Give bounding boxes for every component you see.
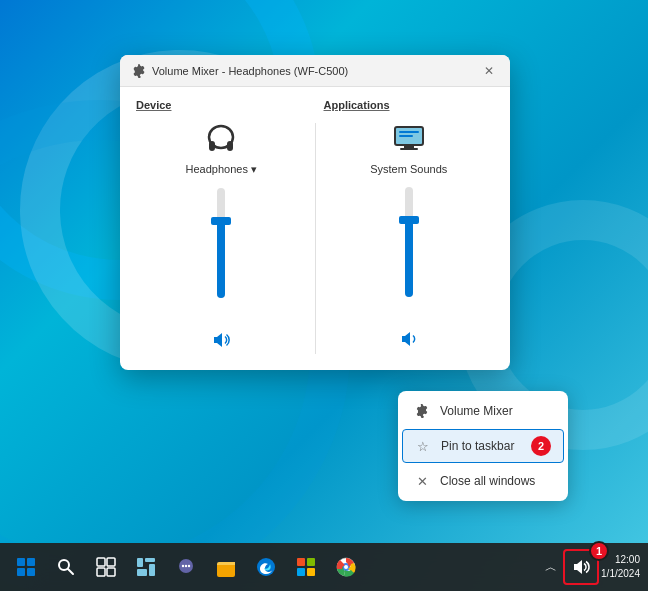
device-slider-thumb[interactable] [211, 217, 231, 225]
svg-rect-20 [137, 569, 147, 576]
device-slider-fill [217, 221, 225, 298]
taskview-icon [96, 557, 116, 577]
svg-rect-4 [404, 145, 414, 148]
taskbar-edge-button[interactable] [248, 549, 284, 585]
applications-column-header: Applications [324, 99, 390, 111]
pin-taskbar-label: Pin to taskbar [441, 439, 514, 453]
svg-rect-11 [27, 568, 35, 576]
chat-icon [175, 556, 197, 578]
headphones-svg [201, 119, 241, 159]
pin-taskbar-left: ☆ Pin to taskbar [415, 438, 514, 454]
svg-rect-16 [97, 568, 105, 576]
edge-icon [255, 556, 277, 578]
window-title-left: Volume Mixer - Headphones (WF-C500) [132, 64, 348, 78]
svg-rect-14 [97, 558, 105, 566]
system-sounds-slider-fill [405, 220, 413, 297]
svg-rect-9 [27, 558, 35, 566]
svg-rect-6 [399, 131, 419, 133]
fileexplorer-icon [215, 556, 237, 578]
svg-rect-5 [400, 148, 418, 150]
svg-rect-29 [307, 558, 315, 566]
pin-taskbar-badge: 2 [531, 436, 551, 456]
taskbar-chrome-button[interactable] [328, 549, 364, 585]
volume-mixer-menu-icon [414, 403, 430, 419]
taskbar-search-button[interactable] [48, 549, 84, 585]
context-menu-item-pin-taskbar[interactable]: ☆ Pin to taskbar 2 [402, 429, 564, 463]
desktop: Volume Mixer - Headphones (WF-C500) ✕ De… [0, 0, 648, 591]
start-icon [16, 557, 36, 577]
svg-rect-21 [149, 564, 155, 576]
device-column-header: Device [136, 99, 171, 111]
monitor-svg [389, 119, 429, 159]
taskbar-chat-button[interactable] [168, 549, 204, 585]
svg-rect-2 [227, 141, 233, 151]
device-mute-icon[interactable] [211, 330, 231, 354]
device-speaker-svg [211, 330, 231, 350]
applications-column: Applications System Sounds [324, 99, 495, 354]
volume-icon [571, 557, 591, 577]
chrome-icon [335, 556, 357, 578]
system-sounds-mute-icon[interactable] [399, 329, 419, 353]
context-menu-item-volume-mixer[interactable]: Volume Mixer [398, 395, 568, 427]
window-title-text: Volume Mixer - Headphones (WF-C500) [152, 65, 348, 77]
pin-icon: ☆ [415, 438, 431, 454]
system-sounds-slider-track[interactable] [405, 187, 413, 297]
system-sounds-slider-thumb[interactable] [399, 216, 419, 224]
store-icon [295, 556, 317, 578]
svg-rect-30 [297, 568, 305, 576]
gear-icon [415, 404, 429, 418]
taskbar-left [8, 549, 364, 585]
clock-date: 1/1/2024 [601, 567, 640, 581]
device-name-label[interactable]: Headphones ▾ [186, 163, 257, 176]
svg-point-34 [344, 565, 348, 569]
taskbar-taskview-button[interactable] [88, 549, 124, 585]
svg-rect-18 [137, 558, 143, 567]
system-sounds-speaker-svg [399, 329, 419, 349]
svg-rect-19 [145, 558, 155, 562]
context-menu: Volume Mixer ☆ Pin to taskbar 2 ✕ Close … [398, 391, 568, 501]
svg-line-13 [68, 569, 73, 574]
svg-point-25 [188, 565, 190, 567]
taskbar-right: ︿ 1 12:00 1/1/2024 [541, 549, 640, 585]
volume-tray-container: 1 [563, 549, 599, 585]
taskbar: ︿ 1 12:00 1/1/2024 [0, 543, 648, 591]
system-sounds-label: System Sounds [370, 163, 447, 175]
taskbar-store-button[interactable] [288, 549, 324, 585]
svg-rect-31 [307, 568, 315, 576]
device-slider-area [217, 188, 225, 318]
system-clock[interactable]: 12:00 1/1/2024 [601, 553, 640, 581]
mixer-columns: Device Headphones ▾ [136, 99, 494, 354]
svg-rect-28 [297, 558, 305, 566]
window-content: Device Headphones ▾ [120, 87, 510, 370]
svg-rect-8 [17, 558, 25, 566]
show-hidden-icons-button[interactable]: ︿ [541, 559, 561, 576]
search-icon [56, 557, 76, 577]
close-all-icon: ✕ [414, 473, 430, 489]
headphones-icon [201, 119, 241, 159]
svg-rect-17 [107, 568, 115, 576]
svg-rect-15 [107, 558, 115, 566]
taskbar-fileexplorer-button[interactable] [208, 549, 244, 585]
svg-rect-7 [399, 135, 413, 137]
column-divider [315, 123, 316, 354]
system-sounds-slider-area [405, 187, 413, 317]
system-sounds-icon [389, 119, 429, 159]
device-slider-track[interactable] [217, 188, 225, 298]
window-titlebar: Volume Mixer - Headphones (WF-C500) ✕ [120, 55, 510, 87]
context-menu-item-close-all[interactable]: ✕ Close all windows [398, 465, 568, 497]
taskbar-start-button[interactable] [8, 549, 44, 585]
taskbar-widgets-button[interactable] [128, 549, 164, 585]
window-close-button[interactable]: ✕ [480, 62, 498, 80]
volume-badge: 1 [589, 541, 609, 561]
svg-rect-10 [17, 568, 25, 576]
svg-rect-1 [209, 141, 215, 151]
widgets-icon [136, 557, 156, 577]
close-all-label: Close all windows [440, 474, 535, 488]
volume-mixer-menu-label: Volume Mixer [440, 404, 513, 418]
volume-mixer-window: Volume Mixer - Headphones (WF-C500) ✕ De… [120, 55, 510, 370]
svg-point-23 [182, 565, 184, 567]
svg-point-24 [185, 565, 187, 567]
window-titlebar-icon [132, 64, 146, 78]
device-column: Device Headphones ▾ [136, 99, 307, 354]
